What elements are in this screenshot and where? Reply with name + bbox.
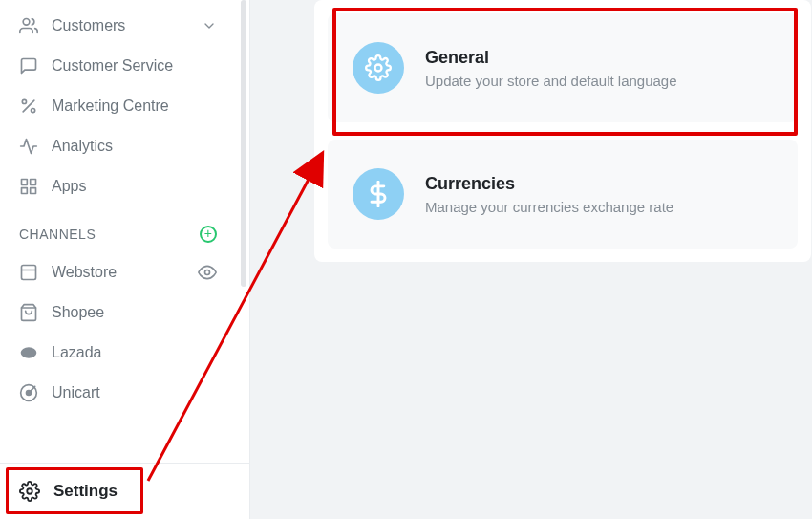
main-content: General Update your store and default la… xyxy=(250,0,812,519)
sidebar-item-apps[interactable]: Apps xyxy=(0,166,249,206)
sidebar-item-label: Customer Service xyxy=(52,57,173,75)
activity-icon xyxy=(19,137,38,156)
sidebar-item-lazada[interactable]: Lazada xyxy=(0,333,249,373)
sidebar-item-label: Apps xyxy=(52,178,86,195)
laz-icon xyxy=(19,343,38,362)
people-icon xyxy=(19,16,38,35)
sidebar-item-marketing[interactable]: Marketing Centre xyxy=(0,86,249,126)
sidebar-item-label: Unicart xyxy=(52,384,100,401)
sidebar-item-customer-service[interactable]: Customer Service xyxy=(0,46,249,86)
chat-icon xyxy=(19,56,38,76)
channels-header-label: CHANNELS xyxy=(19,227,96,242)
card-text: General Update your store and default la… xyxy=(425,48,677,89)
sidebar-item-label: Lazada xyxy=(52,344,102,361)
card-desc: Manage your currencies exchange rate xyxy=(425,199,673,215)
bag-icon xyxy=(19,303,38,322)
sidebar-item-label: Customers xyxy=(52,17,125,34)
dollar-icon xyxy=(353,168,404,220)
chevron-down-icon xyxy=(202,18,217,33)
svg-rect-4 xyxy=(22,180,28,185)
svg-rect-7 xyxy=(22,188,28,194)
svg-point-0 xyxy=(23,19,30,26)
sidebar-item-customers[interactable]: Customers xyxy=(0,6,249,46)
svg-rect-5 xyxy=(31,180,36,185)
sidebar-item-label: Analytics xyxy=(52,138,113,155)
add-channel-button[interactable] xyxy=(200,226,217,243)
svg-point-3 xyxy=(32,109,35,113)
card-general[interactable]: General Update your store and default la… xyxy=(328,13,798,122)
sidebar-scroll[interactable]: Customers Customer Service Marketing Cen… xyxy=(0,0,249,463)
svg-point-16 xyxy=(27,488,32,494)
sidebar-item-label: Marketing Centre xyxy=(52,97,169,115)
target-icon xyxy=(19,383,38,402)
settings-button[interactable]: Settings xyxy=(0,463,249,519)
sidebar: Customers Customer Service Marketing Cen… xyxy=(0,0,250,519)
svg-point-12 xyxy=(21,347,37,358)
store-icon xyxy=(19,263,38,282)
card-currencies[interactable]: Currencies Manage your currencies exchan… xyxy=(328,140,798,249)
card-text: Currencies Manage your currencies exchan… xyxy=(425,174,673,215)
svg-point-10 xyxy=(205,270,210,275)
sidebar-item-analytics[interactable]: Analytics xyxy=(0,126,249,166)
sidebar-item-label: Shopee xyxy=(52,304,104,321)
gear-icon xyxy=(19,481,40,502)
svg-line-1 xyxy=(23,100,34,112)
svg-rect-6 xyxy=(31,188,36,194)
card-desc: Update your store and default language xyxy=(425,73,677,89)
scrollbar[interactable] xyxy=(241,0,246,287)
svg-point-2 xyxy=(22,99,26,103)
grid-icon xyxy=(19,177,38,196)
card-title: Currencies xyxy=(425,174,673,194)
card-title: General xyxy=(425,48,677,68)
sidebar-item-webstore[interactable]: Webstore xyxy=(0,252,249,292)
svg-line-15 xyxy=(31,386,35,391)
sidebar-item-shopee[interactable]: Shopee xyxy=(0,292,249,333)
svg-point-17 xyxy=(375,65,382,72)
sidebar-item-unicart[interactable]: Unicart xyxy=(0,373,249,413)
settings-label: Settings xyxy=(53,482,118,501)
gear-icon xyxy=(353,42,404,94)
settings-cards: General Update your store and default la… xyxy=(314,0,811,262)
channels-header: CHANNELS xyxy=(0,206,249,252)
sidebar-item-label: Webstore xyxy=(52,264,117,281)
percent-icon xyxy=(19,97,38,116)
svg-rect-8 xyxy=(22,266,36,280)
eye-icon[interactable] xyxy=(198,263,217,282)
